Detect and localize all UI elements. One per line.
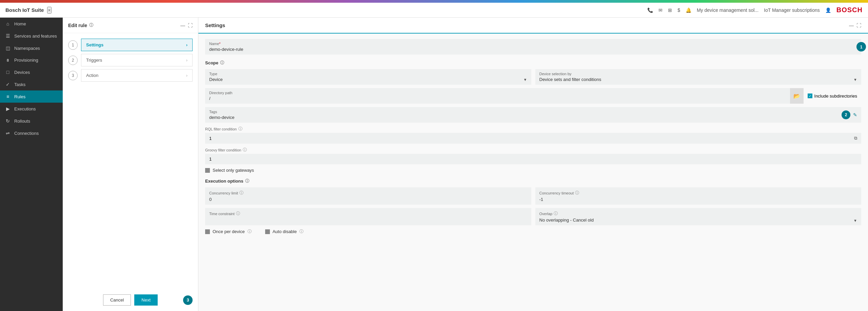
sidebar-item-executions[interactable]: ▶ Executions [0,103,63,115]
groovy-filter-section: Groovy filter condition ⓘ 1 [205,147,861,164]
close-button[interactable]: × [47,7,51,14]
type-dropdown-arrow: ▼ [524,78,527,82]
edit-panel: Edit rule ⓘ — ⛶ 1 Settings › [63,18,198,311]
rollouts-icon: ↻ [5,118,11,124]
step-action[interactable]: Action › [81,69,193,82]
device-selection-arrow: ▼ [853,78,857,82]
device-selection-field[interactable]: Device selection by Device sets and filt… [535,69,862,85]
sidebar-item-services[interactable]: ☰ Services and features [0,30,63,42]
concurrency-timeout-value: -1 [539,197,857,202]
rql-filter-icon: ⧉ [854,136,857,141]
bell-icon[interactable]: 🔔 [686,7,691,13]
sidebar-item-tasks[interactable]: ✓ Tasks [0,78,63,90]
concurrency-limit-info[interactable]: ⓘ [239,190,243,196]
directory-browse-button[interactable]: 📂 [790,88,804,104]
rql-filter-info-icon[interactable]: ⓘ [238,126,242,132]
directory-path-field[interactable]: Directory path / [205,88,790,104]
sidebar-item-namespaces[interactable]: ◫ Namespaces [0,42,63,54]
services-icon: ☰ [5,33,11,39]
namespaces-icon: ◫ [5,45,11,51]
auto-disable-info[interactable]: ⓘ [299,229,303,234]
sidebar-item-label: Rollouts [14,119,30,124]
sidebar-item-label: Connections [14,131,39,136]
tags-value[interactable]: demo-device [209,115,234,120]
device-mgmt-link[interactable]: My device management sol... [697,7,758,13]
auto-disable-checkbox[interactable] [265,229,270,234]
concurrency-timeout-info[interactable]: ⓘ [575,190,579,196]
header: Bosch IoT Suite × 📞 ✉ ⊞ $ 🔔 My device ma… [0,3,868,18]
once-per-device-checkbox[interactable] [205,229,210,234]
dollar-icon[interactable]: $ [677,7,680,13]
sidebar-item-label: Devices [14,70,30,75]
sidebar-item-devices[interactable]: □ Devices [0,66,63,78]
sidebar-item-provisioning[interactable]: 8 Provisioning [0,54,63,66]
step-row-1: 1 Settings › [68,39,193,51]
step-action-label: Action [86,73,98,78]
name-field-group: Name* demo-device-rule 1 [205,39,861,55]
rql-filter-label-row: RQL filter condition ⓘ [205,126,861,132]
sidebar-item-connections[interactable]: ⇌ Connections [0,127,63,139]
step-triggers[interactable]: Triggers › [81,54,193,66]
select-gateways-row: Select only gateways [205,168,861,173]
overlap-field[interactable]: Overlap ⓘ No overlapping - Cancel old ▼ [535,208,862,225]
time-constraint-info[interactable]: ⓘ [236,211,240,216]
panel-actions: Cancel Next 3 [63,289,198,311]
tags-controls: 2 ✎ [842,110,857,119]
phone-icon[interactable]: 📞 [647,7,653,13]
expand-settings-button[interactable]: ⛶ [856,23,861,28]
sidebar-item-label: Services and features [14,34,57,39]
directory-browse-icon: 📂 [793,93,800,99]
execution-options-title: Execution options ⓘ [205,178,861,184]
sidebar-item-label: Home [14,21,26,26]
overlap-dropdown-arrow: ▼ [853,219,857,223]
type-field[interactable]: Type Device ▼ [205,69,531,85]
step-triggers-label: Triggers [86,58,102,63]
step-number-2: 2 [68,56,78,65]
sidebar-item-label: Executions [14,106,36,111]
overlap-value-row: No overlapping - Cancel old ▼ [539,217,857,223]
brand-name: Bosch IoT Suite [5,7,44,13]
concurrency-row: Concurrency limit ⓘ 0 Concurrency timeou… [205,187,861,205]
groovy-filter-info-icon[interactable]: ⓘ [243,147,247,153]
expand-edit-panel-button[interactable]: ⛶ [188,23,193,28]
sidebar-item-home[interactable]: ⌂ Home [0,18,63,30]
sidebar-item-rollouts[interactable]: ↻ Rollouts [0,115,63,127]
time-overlap-row: Time constraint ⓘ Overlap ⓘ No overlappi… [205,208,861,225]
columns-icon[interactable]: ⊞ [668,7,672,13]
edit-rule-info-icon[interactable]: ⓘ [89,22,93,28]
execution-options-info-icon[interactable]: ⓘ [245,178,249,184]
next-button[interactable]: Next [134,294,158,306]
tags-edit-icon[interactable]: ✎ [853,112,857,118]
select-gateways-checkbox[interactable] [205,168,210,173]
overlap-label-row: Overlap ⓘ [539,211,857,216]
name-value[interactable]: demo-device-rule [209,47,857,52]
header-right: 📞 ✉ ⊞ $ 🔔 My device management sol... Io… [647,6,863,14]
step-triggers-arrow: › [186,58,188,63]
minimize-edit-panel-button[interactable]: — [180,23,185,28]
edit-panel-title: Edit rule ⓘ [68,22,93,28]
overlap-info[interactable]: ⓘ [554,211,558,216]
steps-container: 1 Settings › 2 Triggers › [63,33,198,289]
once-per-device-info[interactable]: ⓘ [248,229,252,234]
scope-info-icon[interactable]: ⓘ [220,60,224,66]
rql-filter-field[interactable]: 1 ⧉ [205,133,861,144]
concurrency-timeout-field[interactable]: Concurrency timeout ⓘ -1 [535,187,862,205]
sidebar-item-rules[interactable]: ≡ Rules [0,90,63,103]
time-constraint-field[interactable]: Time constraint ⓘ [205,208,531,225]
settings-title: Settings [205,22,225,28]
subdirectory-checkbox[interactable]: ✓ [808,94,812,98]
devices-icon: □ [5,69,11,75]
user-icon[interactable]: 👤 [825,7,831,13]
step-settings[interactable]: Settings › [81,39,193,51]
cancel-button[interactable]: Cancel [103,294,131,306]
rules-icon: ≡ [5,94,11,99]
groovy-filter-label-row: Groovy filter condition ⓘ [205,147,861,153]
step-settings-label: Settings [86,42,103,47]
concurrency-limit-field[interactable]: Concurrency limit ⓘ 0 [205,187,531,205]
edit-rule-title: Edit rule [68,23,87,28]
minimize-settings-button[interactable]: — [849,23,854,28]
auto-disable-row: Auto disable ⓘ [265,229,304,234]
mail-icon[interactable]: ✉ [658,7,663,13]
groovy-filter-field[interactable]: 1 [205,154,861,164]
iot-manager-link[interactable]: IoT Manager subscriptions [764,7,820,13]
